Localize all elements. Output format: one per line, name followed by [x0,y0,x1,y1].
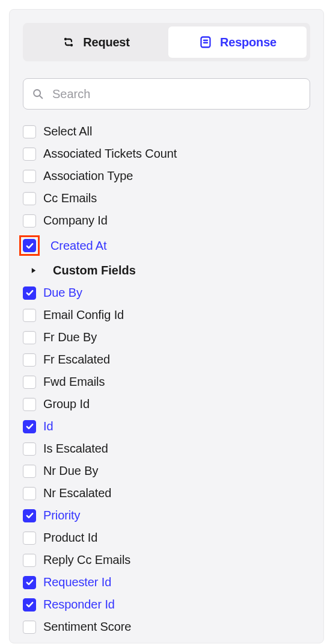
tab-request[interactable]: Request [26,26,165,58]
field-row-due-by[interactable]: Due By [23,282,310,304]
field-label: Due By [43,286,82,300]
tabs-bar: Request Response [23,23,310,61]
search-icon [31,87,44,101]
field-row-custom-fields[interactable]: Custom Fields [23,259,310,282]
checkbox[interactable] [23,420,36,433]
checkbox[interactable] [23,376,36,389]
field-row-reply-cc-emails[interactable]: Reply Cc Emails [23,549,310,571]
checkbox[interactable] [23,309,36,322]
field-label: Is Escalated [43,442,108,456]
svg-point-1 [70,44,73,46]
svg-point-0 [64,38,67,40]
checkbox[interactable] [23,621,36,634]
checkbox[interactable] [23,487,36,500]
request-icon [61,35,76,49]
checkbox[interactable] [23,239,36,252]
search-input[interactable] [23,78,310,110]
checkbox[interactable] [23,465,36,478]
field-row-id[interactable]: Id [23,415,310,438]
checkbox[interactable] [23,576,36,589]
search-container [23,78,310,110]
check-icon [25,600,34,609]
svg-line-6 [40,96,42,98]
field-row-created-at[interactable]: Created At [23,232,310,259]
field-label: Select All [43,125,92,138]
field-row-nr-escalated[interactable]: Nr Escalated [23,482,310,504]
field-row-association-type[interactable]: Association Type [23,165,310,187]
field-row-select-all[interactable]: Select All [23,120,310,143]
checkbox-select-all[interactable] [23,125,36,138]
field-row-responder-id[interactable]: Responder Id [23,593,310,616]
field-row-associated-tickets-count[interactable]: Associated Tickets Count [23,143,310,165]
field-row-product-id[interactable]: Product Id [23,527,310,549]
checkbox[interactable] [23,147,36,161]
checkbox[interactable] [23,398,36,411]
field-row-fr-escalated[interactable]: Fr Escalated [23,348,310,371]
tab-response[interactable]: Response [168,26,307,58]
field-label: Nr Escalated [43,486,111,500]
check-icon [25,511,34,520]
checkbox[interactable] [23,531,36,545]
check-icon [25,288,34,297]
field-label: Association Type [43,169,133,183]
field-row-fr-due-by[interactable]: Fr Due By [23,326,310,348]
response-icon [198,35,213,49]
field-label: Fwd Emails [43,375,105,389]
field-row-cc-emails[interactable]: Cc Emails [23,187,310,209]
field-row-group-id[interactable]: Group Id [23,393,310,415]
field-label: Product Id [43,531,97,545]
field-label: Email Config Id [43,308,124,322]
field-row-sentiment-score[interactable]: Sentiment Score [23,616,310,638]
checkbox[interactable] [23,192,36,205]
field-row-company-id[interactable]: Company Id [23,209,310,232]
field-label: Created At [50,239,107,253]
expand-caret-icon[interactable] [26,264,40,277]
field-row-fwd-emails[interactable]: Fwd Emails [23,371,310,393]
field-label: Sentiment Score [43,620,131,634]
checkbox[interactable] [23,214,36,228]
checkbox[interactable] [23,286,36,300]
svg-marker-7 [31,268,35,273]
check-icon [25,422,34,431]
field-label: Id [43,420,53,433]
field-list: Select All Associated Tickets Count Asso… [23,120,310,638]
field-label: Associated Tickets Count [43,147,177,161]
check-icon [25,578,34,587]
field-row-priority[interactable]: Priority [23,504,310,527]
tab-response-label: Response [220,36,276,49]
checkbox[interactable] [23,598,36,611]
checkbox[interactable] [23,353,36,367]
field-row-requester-id[interactable]: Requester Id [23,571,310,593]
field-label: Fr Due By [43,330,97,344]
field-label: Priority [43,509,80,522]
field-label: Responder Id [43,598,115,611]
field-label: Nr Due By [43,464,98,478]
checkbox[interactable] [23,554,36,567]
field-label: Custom Fields [53,264,136,277]
checkbox[interactable] [23,331,36,344]
highlight-marker [19,235,40,256]
field-row-is-escalated[interactable]: Is Escalated [23,438,310,460]
field-label: Fr Escalated [43,353,110,367]
field-label: Company Id [43,214,108,228]
field-row-nr-due-by[interactable]: Nr Due By [23,460,310,482]
check-icon [25,241,34,250]
field-label: Requester Id [43,575,111,589]
field-label: Cc Emails [43,191,97,205]
field-row-email-config-id[interactable]: Email Config Id [23,304,310,326]
checkbox[interactable] [23,509,36,522]
checkbox[interactable] [23,170,36,183]
checkbox[interactable] [23,442,36,456]
field-selector-panel: Request Response Select All [9,9,324,643]
field-label: Group Id [43,397,90,411]
field-label: Reply Cc Emails [43,553,130,567]
tab-request-label: Request [83,36,130,49]
